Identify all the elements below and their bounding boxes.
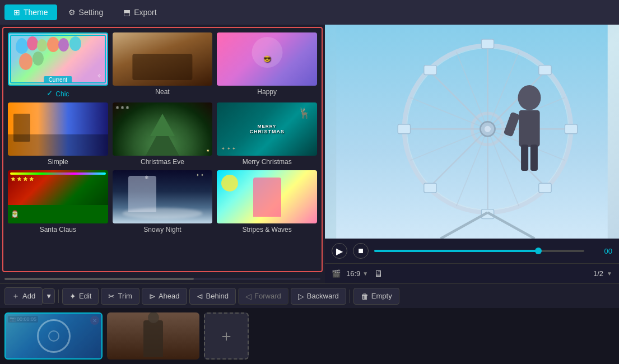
export-icon: ⬒: [123, 8, 131, 17]
trim-button[interactable]: ✂ Trim: [101, 288, 139, 305]
tab-export-label: Export: [134, 8, 156, 17]
backward-label: Backward: [307, 292, 339, 300]
svg-rect-12: [481, 39, 494, 49]
theme-item-santa-claus[interactable]: ⭐ ⭐ ⭐ ⭐ 🎅 Santa Claus: [8, 170, 108, 234]
right-panel: ▶ ■ 00 🎬 16:9 ▼ 🖥 1/2 ▼: [325, 25, 619, 283]
page-label: 1/2: [593, 269, 603, 278]
svg-rect-16: [424, 66, 436, 75]
ahead-button[interactable]: ⊳ Ahead: [142, 288, 187, 305]
video-controls: ▶ ■ 00: [325, 239, 619, 263]
aspect-ratio-label: 16:9: [346, 269, 360, 278]
tab-theme[interactable]: ⊞ Theme: [4, 4, 57, 20]
aspect-ratio-selector[interactable]: 16:9 ▼: [346, 269, 368, 278]
add-button[interactable]: ＋ Add: [4, 287, 43, 305]
add-label: Add: [22, 292, 35, 300]
edit-button[interactable]: ✦ Edit: [62, 288, 99, 305]
edit-label: Edit: [79, 292, 91, 300]
clip-icon: 🎬: [332, 269, 341, 278]
theme-item-merry-christmas[interactable]: MERRY CHRISTMAS 🦌 ✦ ✦ ✦ Merry Christmas: [217, 102, 317, 166]
aspect-ratio-dropdown-icon: ▼: [362, 270, 368, 277]
check-icon: ✓: [46, 88, 53, 97]
theme-scroll-row: [0, 274, 325, 283]
play-button[interactable]: ▶: [332, 243, 347, 259]
separator-2: [350, 290, 350, 303]
ahead-icon: ⊳: [149, 292, 156, 301]
trim-icon: ✂: [108, 292, 115, 301]
theme-icon: ⊞: [13, 8, 20, 17]
theme-item-happy[interactable]: 😎 Happy: [217, 32, 317, 98]
add-dropdown-button[interactable]: ▼: [43, 288, 55, 304]
svg-rect-28: [530, 144, 538, 171]
theme-thumb-stripes-waves: [217, 170, 317, 223]
theme-item-stripes-waves[interactable]: Stripes & Waves: [217, 170, 317, 234]
theme-grid-container: ✧ Current ✓ Chic Neat: [2, 27, 323, 272]
svg-rect-17: [539, 66, 551, 75]
theme-label-chic: Chic: [55, 90, 69, 98]
svg-point-24: [518, 85, 541, 110]
trim-label: Trim: [118, 292, 132, 300]
theme-thumb-neat: [113, 32, 213, 86]
theme-item-chic[interactable]: ✧ Current ✓ Chic: [8, 32, 108, 98]
theme-label-christmas-eve: Christmas Eve: [141, 158, 184, 166]
forward-label: Forward: [254, 292, 281, 300]
svg-rect-25: [519, 110, 539, 147]
backward-icon: ▷: [298, 292, 304, 301]
video-meta-row: 🎬 16:9 ▼ 🖥 1/2 ▼: [325, 263, 619, 283]
behind-button[interactable]: ⊲ Behind: [189, 288, 236, 305]
theme-thumb-happy: 😎: [217, 32, 317, 86]
theme-label-happy: Happy: [257, 88, 277, 96]
page-dropdown-icon: ▼: [607, 270, 612, 277]
progress-fill: [374, 250, 538, 252]
svg-rect-15: [565, 124, 577, 134]
add-clip-button[interactable]: ＋: [204, 312, 249, 360]
behind-label: Behind: [206, 292, 229, 300]
setting-icon: ⚙: [68, 8, 76, 17]
tab-setting[interactable]: ⚙ Setting: [59, 4, 113, 20]
current-badge: Current: [44, 76, 72, 83]
forward-icon: ◁: [245, 292, 252, 301]
forward-button[interactable]: ◁ Forward: [238, 288, 288, 305]
theme-item-snowy-night[interactable]: ❄ ✦ ✦ Snowy Night: [113, 170, 213, 234]
progress-thumb: [535, 248, 542, 254]
theme-label-simple: Simple: [48, 158, 68, 166]
theme-thumb-chic: ✧ Current: [8, 32, 108, 86]
stop-button[interactable]: ■: [353, 243, 369, 259]
page-selector[interactable]: 1/2 ▼: [593, 269, 612, 278]
timeline-clip-1[interactable]: 📷 00:00:05 ✕: [4, 312, 103, 360]
svg-rect-27: [521, 144, 528, 171]
empty-button[interactable]: 🗑 Empty: [353, 288, 399, 305]
theme-label-stripes-waves: Stripes & Waves: [243, 226, 292, 234]
svg-rect-14: [398, 124, 410, 134]
add-clip-icon: ＋: [218, 325, 234, 347]
happy-overlay: 😎: [217, 32, 317, 86]
top-tab-bar: ⊞ Theme ⚙ Setting ⬒ Export: [0, 0, 619, 25]
svg-rect-18: [424, 183, 436, 193]
left-panel: ✧ Current ✓ Chic Neat: [0, 25, 325, 283]
svg-rect-19: [539, 183, 551, 193]
time-display: 00: [590, 247, 612, 255]
theme-thumb-simple: [8, 102, 108, 156]
theme-item-neat[interactable]: Neat: [113, 32, 213, 98]
merry-text: MERRY CHRISTMAS: [249, 124, 285, 134]
backward-button[interactable]: ▷ Backward: [291, 288, 346, 305]
progress-bar[interactable]: [374, 250, 584, 252]
monitor-icon: 🖥: [374, 269, 383, 279]
theme-item-simple[interactable]: Simple: [8, 102, 108, 166]
edit-icon: ✦: [69, 292, 76, 301]
empty-label: Empty: [371, 292, 392, 300]
bottom-toolbar: ＋ Add ▼ ✦ Edit ✂ Trim ⊳ Ahead ⊲ Behind ◁…: [0, 283, 619, 308]
theme-thumb-merry-christmas: MERRY CHRISTMAS 🦌 ✦ ✦ ✦: [217, 102, 317, 156]
theme-item-christmas-eve[interactable]: ❄ ❄ ❄ ★ Christmas Eve: [113, 102, 213, 166]
svg-point-21: [485, 126, 491, 132]
separator-1: [58, 290, 59, 303]
behind-icon: ⊲: [197, 292, 203, 301]
tab-theme-label: Theme: [24, 8, 48, 17]
theme-label-neat: Neat: [155, 88, 169, 96]
theme-thumb-santa-claus: ⭐ ⭐ ⭐ ⭐ 🎅: [8, 170, 108, 223]
timeline-clip-2[interactable]: [107, 312, 199, 360]
ahead-label: Ahead: [159, 292, 180, 300]
tab-export[interactable]: ⬒ Export: [114, 4, 165, 20]
main-content: ✧ Current ✓ Chic Neat: [0, 25, 619, 283]
theme-thumb-christmas-eve: ❄ ❄ ❄ ★: [113, 102, 213, 156]
theme-thumb-snowy-night: ❄ ✦ ✦: [113, 170, 213, 223]
